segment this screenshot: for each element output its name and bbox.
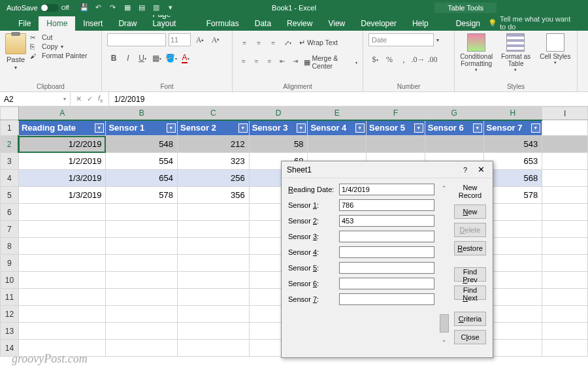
cell[interactable] xyxy=(18,306,106,323)
row-header-1[interactable]: 1 xyxy=(1,120,19,136)
column-header-E[interactable]: E xyxy=(308,107,367,120)
cell[interactable]: 1/3/2019 xyxy=(18,187,106,204)
delete-button[interactable]: Delete xyxy=(454,223,486,237)
tab-data[interactable]: Data xyxy=(247,16,279,31)
fill-color-button[interactable]: 🪣▾ xyxy=(165,52,178,65)
row-header-7[interactable]: 7 xyxy=(1,221,19,238)
field-input-4[interactable] xyxy=(339,246,434,258)
cell-styles-button[interactable]: Cell Styles▾ xyxy=(539,33,572,73)
number-format-select[interactable] xyxy=(368,33,434,46)
enter-formula-icon[interactable]: ✓ xyxy=(87,95,93,103)
row-header-5[interactable]: 5 xyxy=(1,187,19,204)
cell[interactable] xyxy=(18,272,106,289)
tab-file[interactable]: File xyxy=(10,16,39,31)
column-header-B[interactable]: B xyxy=(106,107,178,120)
table-header-cell[interactable]: Sensor 4▾ xyxy=(308,120,367,136)
row-header-13[interactable]: 13 xyxy=(1,323,19,340)
qat-icon-3[interactable]: ▥ xyxy=(152,3,161,12)
cell[interactable] xyxy=(542,340,588,357)
increase-font-button[interactable]: A▴ xyxy=(193,33,206,46)
qat-dropdown-icon[interactable]: ▾ xyxy=(166,3,175,12)
row-header-9[interactable]: 9 xyxy=(1,255,19,272)
field-input-1[interactable] xyxy=(339,199,434,211)
align-bottom-button[interactable]: ≡ xyxy=(267,36,280,49)
orientation-button[interactable]: ⤢▾ xyxy=(281,36,294,49)
scroll-up-icon[interactable]: ⌃ xyxy=(442,185,447,191)
field-input-0[interactable] xyxy=(339,184,434,195)
cell[interactable] xyxy=(18,204,106,221)
column-header-F[interactable]: F xyxy=(367,107,425,120)
cell[interactable] xyxy=(106,306,178,323)
border-button[interactable]: ▦▾ xyxy=(150,52,163,65)
tab-review[interactable]: Review xyxy=(279,16,320,31)
redo-icon[interactable]: ↷ xyxy=(108,3,118,12)
tab-draw[interactable]: Draw xyxy=(110,16,144,31)
align-right-button[interactable]: ≡ xyxy=(263,54,275,67)
cell[interactable] xyxy=(178,272,250,289)
merge-center-button[interactable]: ▦Merge & Center ▾ xyxy=(304,54,357,70)
decrease-decimal-button[interactable]: .00 xyxy=(426,53,439,66)
criteria-button[interactable]: Criteria xyxy=(454,312,486,326)
cell[interactable] xyxy=(106,340,178,357)
row-header-8[interactable]: 8 xyxy=(1,238,19,255)
column-header-C[interactable]: C xyxy=(178,107,250,120)
tab-formulas[interactable]: Formulas xyxy=(199,16,247,31)
align-middle-button[interactable]: ≡ xyxy=(252,36,265,49)
filter-dropdown-icon[interactable]: ▾ xyxy=(238,123,248,133)
cell[interactable] xyxy=(178,306,250,323)
toggle-switch[interactable] xyxy=(41,4,59,12)
filter-dropdown-icon[interactable]: ▾ xyxy=(167,123,176,133)
row-header-12[interactable]: 12 xyxy=(1,306,19,323)
restore-button[interactable]: Restore xyxy=(454,241,486,255)
cell[interactable]: 256 xyxy=(178,170,250,187)
scroll-thumb[interactable] xyxy=(440,314,449,333)
cell[interactable] xyxy=(542,255,588,272)
tab-design[interactable]: Design xyxy=(448,16,488,31)
copy-button[interactable]: Copy ▾ xyxy=(30,42,87,50)
qat-icon-2[interactable]: ▤ xyxy=(137,3,146,12)
cell[interactable] xyxy=(18,238,106,255)
cell[interactable] xyxy=(106,238,178,255)
cell[interactable] xyxy=(106,204,178,221)
fx-icon[interactable]: fx xyxy=(98,94,103,104)
column-header-D[interactable]: D xyxy=(249,107,308,120)
field-input-2[interactable] xyxy=(339,215,434,227)
cell[interactable] xyxy=(425,136,483,153)
row-header-2[interactable]: 2 xyxy=(1,136,19,153)
tell-me-search[interactable]: 💡 Tell me what you want to do xyxy=(488,15,588,31)
table-header-cell[interactable]: Sensor 6▾ xyxy=(425,120,483,136)
qat-icon-1[interactable]: ▦ xyxy=(123,3,132,12)
accounting-button[interactable]: $ ▾ xyxy=(368,53,382,66)
cell[interactable] xyxy=(106,255,178,272)
field-input-7[interactable] xyxy=(339,293,434,305)
wrap-text-button[interactable]: ↵Wrap Text xyxy=(299,36,338,49)
cell[interactable] xyxy=(178,255,250,272)
align-center-button[interactable]: ≡ xyxy=(251,54,263,67)
formula-bar-value[interactable]: 1/2/2019 xyxy=(109,95,150,104)
conditional-formatting-button[interactable]: Conditional Formatting▾ xyxy=(460,33,493,73)
cell[interactable] xyxy=(18,289,106,306)
increase-decimal-button[interactable]: .0→ xyxy=(412,53,425,66)
cell[interactable] xyxy=(18,255,106,272)
underline-button[interactable]: U ▾ xyxy=(136,52,149,65)
cell[interactable]: 1/3/2019 xyxy=(18,170,106,187)
cell[interactable]: 543 xyxy=(483,136,542,153)
undo-icon[interactable]: ↶ xyxy=(94,3,103,12)
cell[interactable] xyxy=(542,238,588,255)
cell[interactable] xyxy=(542,221,588,238)
comma-button[interactable]: , xyxy=(397,53,410,66)
cell[interactable] xyxy=(308,136,367,153)
row-header-4[interactable]: 4 xyxy=(1,170,19,187)
table-header-cell[interactable]: Sensor 3▾ xyxy=(249,120,308,136)
align-top-button[interactable]: ≡ xyxy=(238,36,251,49)
filter-dropdown-icon[interactable]: ▾ xyxy=(531,123,540,133)
dialog-titlebar[interactable]: Sheet1 ? ✕ xyxy=(282,161,493,178)
save-icon[interactable]: 💾 xyxy=(80,3,89,12)
bold-button[interactable]: B xyxy=(107,52,120,65)
filter-dropdown-icon[interactable]: ▾ xyxy=(297,123,306,133)
cell[interactable] xyxy=(106,221,178,238)
cell[interactable] xyxy=(178,340,250,357)
select-all-corner[interactable] xyxy=(1,107,19,120)
table-header-cell[interactable]: Sensor 2▾ xyxy=(178,120,250,136)
row-header-10[interactable]: 10 xyxy=(1,272,19,289)
